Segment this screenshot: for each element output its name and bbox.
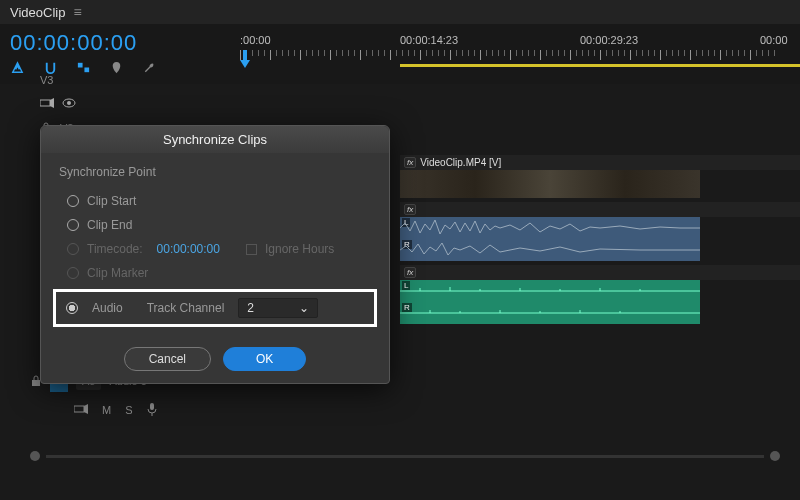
svg-rect-8 [74, 406, 84, 412]
voice-over-icon[interactable] [147, 402, 157, 418]
work-area-bar[interactable] [400, 64, 800, 67]
option-clip-marker: Clip Marker [59, 261, 371, 285]
svg-rect-7 [32, 380, 40, 386]
panel-menu-icon[interactable]: ≡ [73, 4, 81, 20]
track-channel-dropdown[interactable]: 2 ⌄ [238, 298, 318, 318]
ruler-mark: 00:00:29:23 [580, 34, 638, 46]
solo-button[interactable]: S [125, 404, 132, 416]
video-thumbnail [400, 170, 700, 198]
scroll-handle-left[interactable] [30, 451, 40, 461]
horizontal-scrollbar[interactable] [30, 452, 780, 460]
scroll-handle-right[interactable] [770, 451, 780, 461]
playhead-icon[interactable] [240, 50, 250, 68]
video-clip[interactable]: fxVideoClip.MP4 [V] [400, 155, 800, 198]
cancel-button[interactable]: Cancel [124, 347, 211, 371]
sequence-name[interactable]: VideoClip [10, 5, 65, 20]
fx-badge: fx [404, 204, 416, 215]
ruler-ticks [240, 50, 800, 70]
ruler-mark: 00:00:14:23 [400, 34, 458, 46]
fx-badge: fx [404, 267, 416, 278]
clip-name: VideoClip.MP4 [V] [420, 157, 501, 168]
timecode-value: 00:00:00:00 [157, 242, 220, 256]
track-channel-label: Track Channel [147, 301, 225, 315]
audio-clip-1[interactable]: fx L R [400, 202, 800, 261]
synchronize-clips-dialog: Synchronize Clips Synchronize Point Clip… [40, 125, 390, 384]
option-audio-radio[interactable] [66, 302, 78, 314]
svg-rect-2 [243, 50, 247, 60]
toggle-track-output-icon[interactable] [74, 404, 88, 416]
option-timecode: Timecode: 00:00:00:00 Ignore Hours [59, 237, 371, 261]
option-clip-start[interactable]: Clip Start [59, 189, 371, 213]
svg-point-5 [67, 101, 71, 105]
toggle-track-output-icon[interactable] [40, 98, 54, 110]
track-label-v3[interactable]: V3 [40, 74, 53, 86]
fx-badge: fx [404, 157, 416, 168]
dialog-title: Synchronize Clips [41, 126, 389, 153]
svg-rect-0 [78, 63, 83, 68]
dialog-subtitle: Synchronize Point [59, 165, 371, 179]
audio-clip-2[interactable]: fx L R [400, 265, 800, 324]
option-clip-end[interactable]: Clip End [59, 213, 371, 237]
ok-button[interactable]: OK [223, 347, 306, 371]
highlight-annotation: Audio Track Channel 2 ⌄ [53, 289, 377, 327]
timeline-ruler[interactable]: :00:00 00:00:14:23 00:00:29:23 00:00 [240, 28, 800, 70]
svg-rect-3 [40, 100, 50, 106]
ignore-hours-checkbox [246, 244, 257, 255]
mute-button[interactable]: M [102, 404, 111, 416]
eye-icon[interactable] [62, 98, 76, 110]
option-audio-label: Audio [92, 301, 123, 315]
ruler-mark: 00:00 [760, 34, 788, 46]
svg-rect-9 [150, 403, 154, 410]
ruler-mark: :00:00 [240, 34, 271, 46]
chevron-down-icon: ⌄ [299, 301, 309, 315]
